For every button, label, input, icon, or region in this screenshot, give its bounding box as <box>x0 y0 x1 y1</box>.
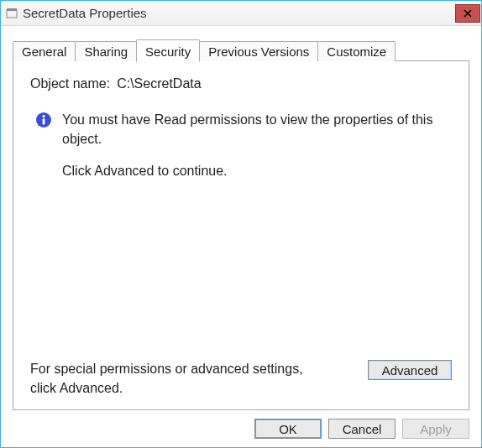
tab-previous-versions[interactable]: Previous Versions <box>199 41 318 61</box>
svg-rect-1 <box>7 8 17 11</box>
svg-rect-0 <box>7 10 17 18</box>
window-icon <box>6 8 18 19</box>
advanced-hint: For special permissions or advanced sett… <box>30 360 307 398</box>
svg-rect-6 <box>43 118 45 124</box>
bottom-row: For special permissions or advanced sett… <box>30 360 452 398</box>
continue-text: Click Advanced to continue. <box>62 164 452 179</box>
apply-button: Apply <box>402 419 469 439</box>
tab-panel-security: Object name: C:\SecretData You must have… <box>13 61 469 410</box>
dialog-button-bar: OK Cancel Apply <box>1 410 481 447</box>
close-icon <box>464 9 472 18</box>
object-name-value: C:\SecretData <box>117 76 201 91</box>
object-name-row: Object name: C:\SecretData <box>30 76 452 91</box>
info-text: You must have Read permissions to view t… <box>62 110 452 148</box>
close-button[interactable] <box>455 4 480 23</box>
svg-point-5 <box>42 115 45 117</box>
object-name-label: Object name: <box>30 76 110 91</box>
properties-dialog: SecretData Properties General Sharing Se… <box>0 0 482 448</box>
advanced-button[interactable]: Advanced <box>368 360 452 380</box>
cancel-button[interactable]: Cancel <box>328 419 396 439</box>
info-block: You must have Read permissions to view t… <box>30 110 452 148</box>
window-title: SecretData Properties <box>23 6 147 20</box>
spacer <box>30 179 452 360</box>
title-left: SecretData Properties <box>6 6 147 20</box>
tab-security[interactable]: Security <box>136 39 200 62</box>
tab-customize[interactable]: Customize <box>317 41 396 61</box>
info-icon <box>35 112 52 128</box>
titlebar[interactable]: SecretData Properties <box>1 1 481 26</box>
tab-sharing[interactable]: Sharing <box>75 41 137 61</box>
content-area: General Sharing Security Previous Versio… <box>1 26 481 410</box>
tab-general[interactable]: General <box>13 41 76 61</box>
ok-button[interactable]: OK <box>254 419 322 439</box>
tabs-row: General Sharing Security Previous Versio… <box>13 38 469 61</box>
